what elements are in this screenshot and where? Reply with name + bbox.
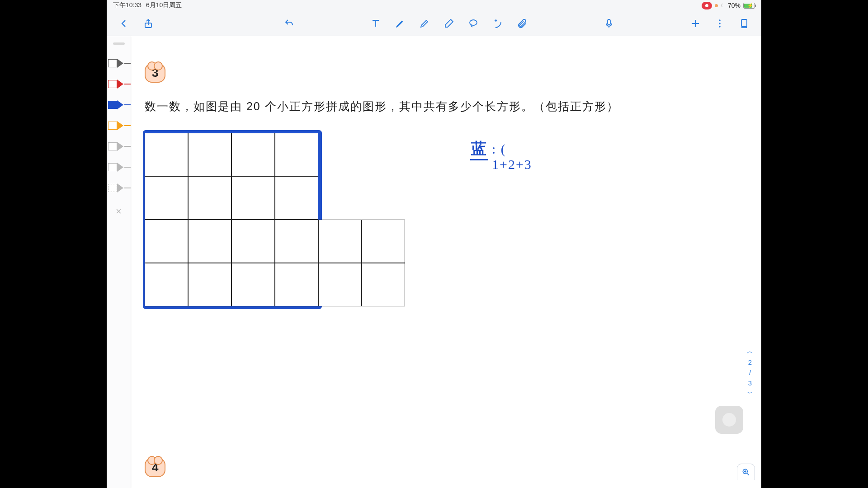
grid-cell bbox=[231, 176, 275, 220]
grid-cell bbox=[362, 220, 405, 263]
back-button[interactable] bbox=[118, 17, 130, 30]
grid-cell bbox=[318, 220, 362, 263]
page-sep: / bbox=[749, 369, 751, 376]
battery-percent: 70% bbox=[728, 2, 741, 9]
add-button[interactable] bbox=[689, 17, 702, 30]
pages-button[interactable] bbox=[738, 17, 750, 30]
grid-cell bbox=[275, 263, 318, 306]
grid-cell bbox=[188, 176, 231, 220]
page-down-icon[interactable]: ﹀ bbox=[747, 389, 753, 398]
grid-cell bbox=[275, 220, 318, 263]
grid-cell bbox=[318, 263, 362, 306]
pen-preset-1[interactable] bbox=[108, 57, 130, 69]
screen-record-indicator[interactable] bbox=[702, 2, 712, 9]
status-date: 6月10日周五 bbox=[146, 1, 182, 9]
shape-tool[interactable] bbox=[491, 17, 504, 30]
svg-point-3 bbox=[719, 19, 721, 21]
palette-close[interactable]: × bbox=[116, 206, 122, 217]
pen-preset-7[interactable] bbox=[108, 182, 130, 194]
page-total: 3 bbox=[748, 379, 752, 387]
grid-cell bbox=[231, 133, 275, 176]
svg-point-5 bbox=[719, 26, 721, 28]
canvas-area: × 3 数一数，如图是由 20 个小正方形拼成的图形，其中共有多少个长方形。（包… bbox=[107, 36, 761, 488]
pen-preset-4[interactable] bbox=[108, 120, 130, 131]
grid-cell bbox=[145, 263, 188, 306]
assistive-touch[interactable] bbox=[715, 406, 743, 434]
text-tool[interactable] bbox=[369, 17, 382, 30]
pen-preset-3[interactable] bbox=[108, 99, 130, 111]
question-text: 数一数，如图是由 20 个小正方形拼成的图形，其中共有多少个长方形。（包括正方形… bbox=[145, 99, 748, 114]
question-badge-4: 4 bbox=[145, 458, 165, 477]
grid-cell bbox=[188, 263, 231, 306]
palette-grip[interactable] bbox=[113, 42, 125, 45]
grid-cell bbox=[188, 133, 231, 176]
grid-figure: 蓝 : ( 1+2+3 bbox=[145, 133, 402, 314]
svg-point-4 bbox=[719, 23, 721, 24]
undo-button[interactable] bbox=[283, 17, 296, 30]
grid-cell bbox=[362, 263, 405, 306]
battery-icon: ⚡ bbox=[743, 3, 755, 9]
eraser-tool[interactable] bbox=[443, 17, 455, 30]
handwriting-expression: : ( 1+2+3 bbox=[492, 141, 532, 172]
grid-cell bbox=[188, 220, 231, 263]
question-badge-3: 3 bbox=[145, 63, 165, 83]
pen-preset-2[interactable] bbox=[108, 78, 130, 90]
grid-cell bbox=[145, 133, 188, 176]
svg-point-1 bbox=[470, 20, 477, 25]
handwriting-label: 蓝 bbox=[470, 138, 488, 160]
share-button[interactable] bbox=[142, 17, 155, 30]
grid-cell bbox=[275, 176, 318, 220]
zoom-in-button[interactable] bbox=[737, 464, 755, 480]
grid-cell bbox=[231, 263, 275, 306]
pen-preset-6[interactable] bbox=[108, 161, 130, 173]
pen-palette: × bbox=[107, 36, 131, 488]
document-page[interactable]: 3 数一数，如图是由 20 个小正方形拼成的图形，其中共有多少个长方形。（包括正… bbox=[131, 36, 761, 488]
mic-active-dot bbox=[715, 4, 718, 7]
status-bar: 下午10:33 6月10日周五 ☾ 70% ⚡ bbox=[107, 0, 761, 11]
page-navigator: ︿ 2 / 3 ﹀ bbox=[747, 347, 753, 398]
do-not-disturb-icon: ☾ bbox=[721, 3, 725, 9]
attachment-tool[interactable] bbox=[516, 17, 528, 30]
grid-cell bbox=[275, 133, 318, 176]
more-button[interactable] bbox=[713, 17, 726, 30]
handwriting-note: 蓝 : ( 1+2+3 bbox=[470, 138, 532, 172]
svg-rect-2 bbox=[608, 19, 610, 25]
pen-preset-5[interactable] bbox=[108, 141, 130, 152]
status-time: 下午10:33 bbox=[113, 1, 142, 9]
microphone-button[interactable] bbox=[603, 17, 615, 30]
toolbar bbox=[107, 11, 761, 36]
pen-tool[interactable] bbox=[394, 17, 406, 30]
page-up-icon[interactable]: ︿ bbox=[747, 347, 753, 356]
lasso-tool[interactable] bbox=[467, 17, 480, 30]
grid-cell bbox=[231, 220, 275, 263]
svg-rect-6 bbox=[741, 19, 747, 27]
grid-cell bbox=[145, 176, 188, 220]
highlighter-tool[interactable] bbox=[418, 17, 431, 30]
app-frame: 下午10:33 6月10日周五 ☾ 70% ⚡ bbox=[107, 0, 761, 488]
page-current: 2 bbox=[748, 358, 752, 366]
grid-cell bbox=[145, 220, 188, 263]
